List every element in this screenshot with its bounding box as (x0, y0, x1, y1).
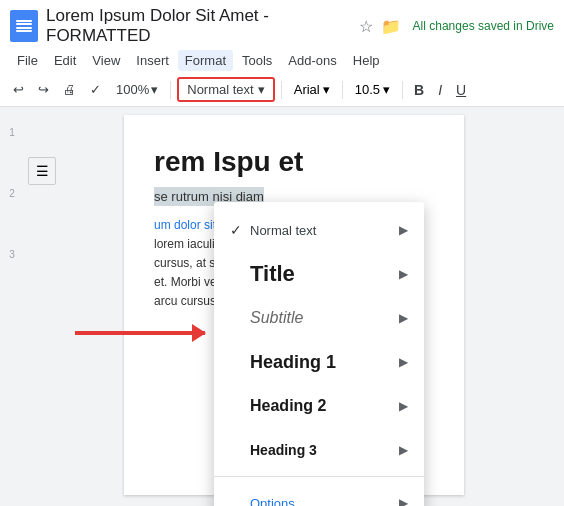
doc-icon (10, 10, 38, 42)
dropdown-item-normal[interactable]: ✓ Normal text ▶ (214, 208, 424, 252)
menu-edit[interactable]: Edit (47, 50, 83, 71)
dropdown-item-heading2-label: Heading 2 (250, 397, 399, 415)
font-size-selector[interactable]: 10.5 ▾ (349, 79, 396, 100)
dropdown-item-options-label: Options (250, 496, 399, 507)
undo-button[interactable]: ↩ (8, 79, 29, 100)
style-dropdown-menu[interactable]: ✓ Normal text ▶ Title ▶ Subtitle ▶ Headi… (214, 202, 424, 506)
spellcheck-button[interactable]: ✓ (85, 79, 106, 100)
dropdown-item-normal-arrow: ▶ (399, 223, 408, 237)
zoom-value: 100% (116, 82, 149, 97)
dropdown-item-heading3[interactable]: Heading 3 ▶ (214, 428, 424, 472)
font-size-value: 10.5 (355, 82, 380, 97)
menu-bar: File Edit View Insert Format Tools Add-o… (0, 48, 564, 73)
menu-help[interactable]: Help (346, 50, 387, 71)
dropdown-divider (214, 476, 424, 477)
title-bar: Lorem Ipsum Dolor Sit Amet - FORMATTED ☆… (0, 0, 564, 48)
star-icon[interactable]: ☆ (359, 17, 373, 36)
font-value: Arial (294, 82, 320, 97)
folder-icon[interactable]: 📁 (381, 17, 401, 36)
style-value: Normal text (187, 82, 253, 97)
style-selector[interactable]: Normal text ▾ (177, 77, 274, 102)
style-arrow: ▾ (258, 82, 265, 97)
dropdown-item-heading3-arrow: ▶ (399, 443, 408, 457)
doc-icon-lines (16, 18, 32, 34)
menu-addons[interactable]: Add-ons (281, 50, 343, 71)
dropdown-item-title[interactable]: Title ▶ (214, 252, 424, 296)
document-title: Lorem Ipsum Dolor Sit Amet - FORMATTED (46, 6, 351, 46)
toolbar-separator-1 (170, 81, 171, 99)
menu-insert[interactable]: Insert (129, 50, 176, 71)
dropdown-item-heading2-arrow: ▶ (399, 399, 408, 413)
menu-tools[interactable]: Tools (235, 50, 279, 71)
dropdown-item-options[interactable]: Options ▶ (214, 481, 424, 506)
bold-button[interactable]: B (409, 79, 429, 101)
zoom-selector[interactable]: 100% ▾ (110, 79, 164, 100)
font-arrow: ▾ (323, 82, 330, 97)
saved-status: All changes saved in Drive (413, 19, 554, 33)
check-icon: ✓ (230, 222, 250, 238)
italic-button[interactable]: I (433, 79, 447, 101)
dropdown-item-heading2[interactable]: Heading 2 ▶ (214, 384, 424, 428)
font-size-arrow: ▾ (383, 82, 390, 97)
underline-button[interactable]: U (451, 79, 471, 101)
zoom-arrow: ▾ (151, 82, 158, 97)
menu-file[interactable]: File (10, 50, 45, 71)
page-icon: ☰ (28, 157, 56, 185)
toolbar-separator-2 (281, 81, 282, 99)
dropdown-item-subtitle-label: Subtitle (250, 309, 399, 327)
dropdown-item-subtitle[interactable]: Subtitle ▶ (214, 296, 424, 340)
dropdown-item-title-label: Title (250, 261, 399, 287)
dropdown-item-heading3-label: Heading 3 (250, 442, 399, 458)
print-button[interactable]: 🖨 (58, 79, 81, 100)
dropdown-item-normal-label: Normal text (250, 223, 399, 238)
toolbar-separator-4 (402, 81, 403, 99)
doc-heading-large: rem Ispu et (154, 145, 434, 179)
dropdown-item-options-arrow: ▶ (399, 496, 408, 506)
left-ruler: 1 2 3 (0, 107, 24, 506)
toolbar: ↩ ↪ 🖨 ✓ 100% ▾ Normal text ▾ Arial ▾ 10.… (0, 73, 564, 107)
toolbar-separator-3 (342, 81, 343, 99)
main-area: 1 2 3 ☰ rem Ispu et se rutrum nisi diam … (0, 107, 564, 506)
font-selector[interactable]: Arial ▾ (288, 79, 336, 100)
dropdown-item-heading1-label: Heading 1 (250, 352, 399, 373)
dropdown-item-subtitle-arrow: ▶ (399, 311, 408, 325)
menu-format[interactable]: Format (178, 50, 233, 71)
dropdown-item-heading1-arrow: ▶ (399, 355, 408, 369)
menu-view[interactable]: View (85, 50, 127, 71)
dropdown-item-heading1[interactable]: Heading 1 ▶ (214, 340, 424, 384)
dropdown-item-title-arrow: ▶ (399, 267, 408, 281)
redo-button[interactable]: ↪ (33, 79, 54, 100)
